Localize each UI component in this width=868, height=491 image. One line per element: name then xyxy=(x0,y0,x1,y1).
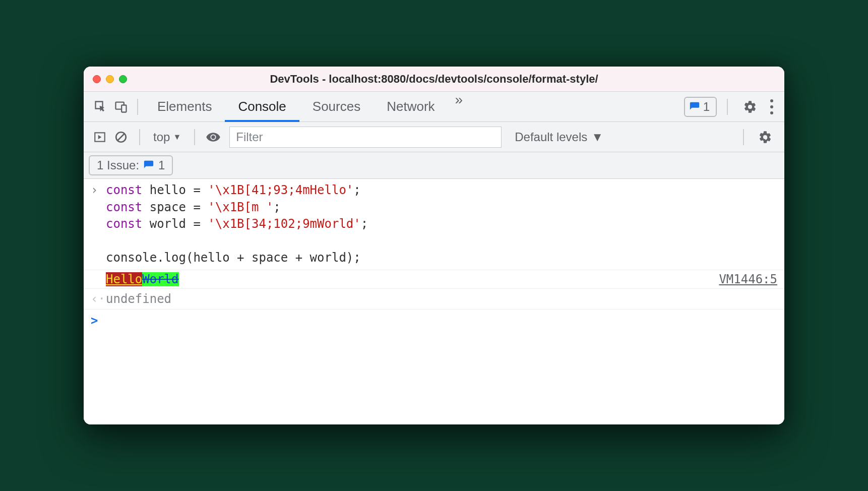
issues-badge[interactable]: 1 xyxy=(684,97,717,117)
divider xyxy=(743,129,744,145)
console-input-history-row: › const hello = '\x1B[41;93;4mHello'; co… xyxy=(84,179,784,270)
code-text: space = xyxy=(142,200,208,214)
code-string: '\x1B[41;93;4mHello' xyxy=(208,183,353,197)
code-string: '\x1B[m ' xyxy=(208,200,273,214)
device-toolbar-icon[interactable] xyxy=(111,97,131,117)
dropdown-caret-icon: ▼ xyxy=(591,130,603,144)
code-text: ; xyxy=(353,183,360,197)
console-output: › const hello = '\x1B[41;93;4mHello'; co… xyxy=(84,179,784,424)
log-levels-label: Default levels xyxy=(515,130,587,144)
inspect-element-icon[interactable] xyxy=(91,97,111,117)
issues-pill[interactable]: 1 Issue: 1 xyxy=(89,155,173,175)
window-maximize-button[interactable] xyxy=(119,75,127,83)
source-link[interactable]: VM1446:5 xyxy=(719,272,777,286)
issues-row: 1 Issue: 1 xyxy=(84,152,784,179)
clear-console-icon[interactable] xyxy=(112,131,130,144)
code-text: world = xyxy=(142,217,208,231)
issues-badge-count: 1 xyxy=(703,100,710,114)
tab-network[interactable]: Network xyxy=(374,92,448,121)
window-close-button[interactable] xyxy=(93,75,101,83)
tabstrip: Elements Console Sources Network » 1 xyxy=(84,92,784,122)
tab-console[interactable]: Console xyxy=(225,92,299,121)
issues-pill-count: 1 xyxy=(158,158,165,172)
code-keyword: const xyxy=(106,217,142,231)
input-caret-icon: › xyxy=(91,182,106,197)
ansi-styled-world: World xyxy=(142,272,178,286)
tabstrip-right: 1 xyxy=(684,97,777,117)
tab-sources[interactable]: Sources xyxy=(299,92,374,121)
issues-icon xyxy=(689,101,700,112)
settings-gear-icon[interactable] xyxy=(738,100,762,114)
return-caret-icon: ‹· xyxy=(91,292,106,306)
svg-line-4 xyxy=(118,134,125,140)
return-value: undefined xyxy=(106,292,171,306)
execution-context-label: top xyxy=(153,130,170,144)
code-keyword: const xyxy=(106,200,142,214)
titlebar: DevTools - localhost:8080/docs/devtools/… xyxy=(84,67,784,92)
execution-context-selector[interactable]: top ▼ xyxy=(149,130,185,144)
issues-pill-label: 1 Issue: xyxy=(97,158,139,172)
console-settings-gear-icon[interactable] xyxy=(753,130,777,144)
window-minimize-button[interactable] xyxy=(106,75,114,83)
panel-tabs: Elements Console Sources Network » xyxy=(144,92,470,121)
code-string: '\x1B[34;102;9mWorld' xyxy=(208,217,360,231)
tabs-overflow-button[interactable]: » xyxy=(448,92,470,121)
divider xyxy=(139,129,140,145)
code-block: const hello = '\x1B[41;93;4mHello'; cons… xyxy=(106,182,368,267)
console-toolbar: top ▼ Default levels ▼ xyxy=(84,122,784,152)
prompt-caret-icon: > xyxy=(91,314,98,328)
code-text: console.log(hello + space + world); xyxy=(106,251,361,265)
code-text: ; xyxy=(273,200,280,214)
live-expression-eye-icon[interactable] xyxy=(204,130,222,145)
console-return-row: ‹· undefined xyxy=(84,289,784,310)
divider xyxy=(137,99,138,115)
code-text: ; xyxy=(361,217,368,231)
console-log-message: Hello World xyxy=(91,272,179,286)
code-keyword: const xyxy=(106,183,142,197)
more-options-icon[interactable] xyxy=(766,99,777,114)
divider xyxy=(194,129,195,145)
dropdown-caret-icon: ▼ xyxy=(173,133,181,142)
console-sidebar-toggle-icon[interactable] xyxy=(91,131,109,144)
devtools-window: DevTools - localhost:8080/docs/devtools/… xyxy=(84,67,784,424)
window-title: DevTools - localhost:8080/docs/devtools/… xyxy=(270,73,598,86)
svg-rect-1 xyxy=(121,105,126,112)
code-text: hello = xyxy=(142,183,208,197)
filter-input[interactable] xyxy=(229,127,502,148)
tab-elements[interactable]: Elements xyxy=(144,92,225,121)
console-log-row: Hello World VM1446:5 xyxy=(84,270,784,289)
divider xyxy=(727,99,728,115)
issues-icon xyxy=(143,160,154,171)
ansi-styled-hello: Hello xyxy=(106,272,142,286)
log-levels-selector[interactable]: Default levels ▼ xyxy=(515,130,603,144)
console-prompt-row[interactable]: > xyxy=(84,310,784,332)
traffic-lights xyxy=(93,75,127,83)
